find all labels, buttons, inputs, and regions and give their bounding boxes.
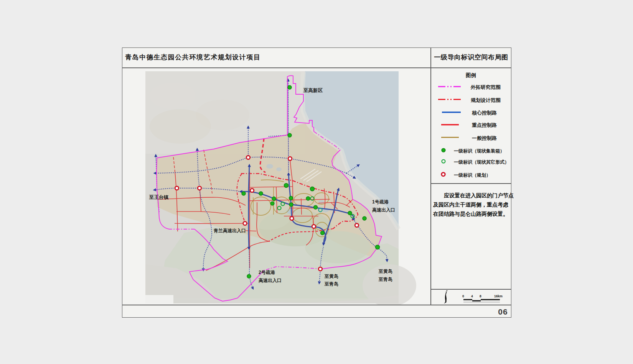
svg-text:至黄岛: 至黄岛 — [378, 269, 392, 274]
svg-text:高速出入口: 高速出入口 — [372, 207, 395, 213]
svg-text:至青岛: 至青岛 — [378, 277, 392, 282]
svg-text:2号疏港: 2号疏港 — [259, 270, 275, 275]
svg-text:高速出入口: 高速出入口 — [259, 278, 282, 283]
svg-text:至青岛: 至青岛 — [324, 281, 338, 287]
svg-text:至王台镇: 至王台镇 — [149, 195, 169, 200]
svg-text:1号疏港: 1号疏港 — [372, 199, 389, 205]
svg-text:至高新区: 至高新区 — [303, 88, 323, 93]
svg-text:青兰高速出入口: 青兰高速出入口 — [213, 228, 246, 233]
svg-text:至黄岛: 至黄岛 — [324, 274, 338, 279]
